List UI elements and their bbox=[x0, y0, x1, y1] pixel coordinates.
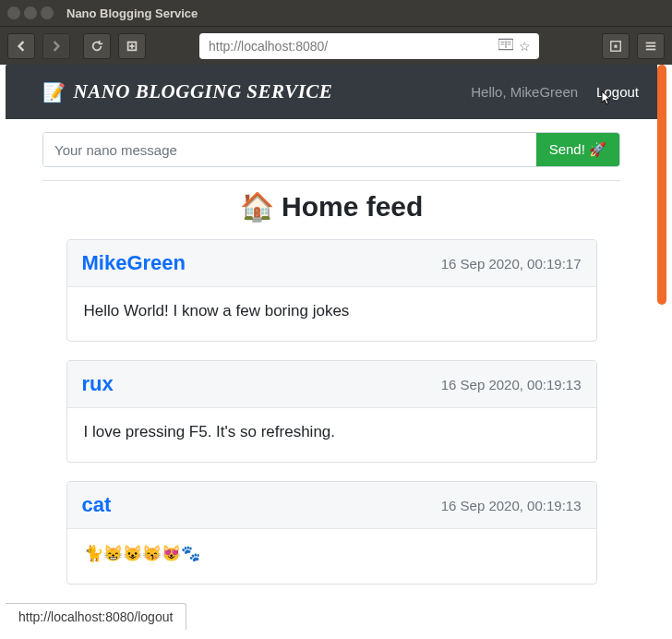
post-timestamp: 16 Sep 2020, 00:19:17 bbox=[441, 256, 582, 271]
window-title: Nano Blogging Service bbox=[66, 6, 198, 20]
reload-button[interactable] bbox=[83, 33, 111, 59]
post-body: I love pressing F5. It's so refreshing. bbox=[67, 408, 596, 462]
window-min-icon[interactable] bbox=[24, 6, 37, 19]
send-button[interactable]: Send! 🚀 bbox=[536, 133, 619, 166]
compose-box: Send! 🚀 bbox=[42, 132, 620, 167]
post-card: rux 16 Sep 2020, 00:19:13 I love pressin… bbox=[66, 360, 597, 463]
divider bbox=[42, 180, 620, 181]
brand-text: NANO BLOGGING SERVICE bbox=[74, 80, 333, 103]
reader-mode-icon[interactable] bbox=[497, 38, 515, 54]
home-button[interactable] bbox=[118, 33, 146, 59]
browser-toolbar: http://localhost:8080/ ☆ bbox=[0, 26, 672, 65]
post-author-link[interactable]: rux bbox=[82, 372, 114, 396]
nav-forward-button[interactable] bbox=[42, 33, 70, 59]
brand[interactable]: 📝 NANO BLOGGING SERVICE bbox=[42, 80, 332, 103]
os-titlebar: Nano Blogging Service bbox=[0, 0, 672, 26]
post-timestamp: 16 Sep 2020, 00:19:13 bbox=[441, 377, 582, 392]
window-max-icon[interactable] bbox=[41, 6, 54, 19]
post-timestamp: 16 Sep 2020, 00:19:13 bbox=[441, 498, 582, 513]
post-card: MikeGreen 16 Sep 2020, 00:19:17 Hello Wo… bbox=[66, 239, 597, 342]
bookmarks-button[interactable] bbox=[602, 33, 630, 59]
bookmark-star-icon[interactable]: ☆ bbox=[515, 39, 534, 54]
page-viewport: 📝 NANO BLOGGING SERVICE Hello, MikeGreen… bbox=[6, 65, 666, 630]
brand-icon: 📝 bbox=[42, 81, 66, 103]
post-body: 🐈😸😺😽😻🐾 bbox=[67, 529, 596, 584]
scrollbar[interactable] bbox=[657, 65, 666, 630]
post-author-link[interactable]: cat bbox=[82, 493, 112, 517]
hamburger-menu-button[interactable] bbox=[637, 33, 665, 59]
post-author-link[interactable]: MikeGreen bbox=[82, 251, 186, 275]
scrollbar-thumb[interactable] bbox=[657, 65, 666, 305]
status-bar: http://localhost:8080/logout bbox=[6, 603, 186, 630]
app-navbar: 📝 NANO BLOGGING SERVICE Hello, MikeGreen… bbox=[6, 65, 657, 119]
post-body: Hello World! I know a few boring jokes bbox=[67, 287, 596, 341]
status-link-text: http://localhost:8080/logout bbox=[18, 609, 173, 624]
greeting-text: Hello, MikeGreen bbox=[471, 84, 578, 100]
url-bar[interactable]: http://localhost:8080/ ☆ bbox=[199, 33, 539, 59]
logout-link[interactable]: Logout bbox=[596, 84, 639, 100]
send-label: Send! 🚀 bbox=[549, 141, 606, 158]
feed-title: 🏠 Home feed bbox=[42, 190, 620, 223]
post-card: cat 16 Sep 2020, 00:19:13 🐈😸😺😽😻🐾 bbox=[66, 481, 597, 585]
window-close-icon[interactable] bbox=[7, 6, 20, 19]
nav-back-button[interactable] bbox=[7, 33, 35, 59]
url-text: http://localhost:8080/ bbox=[209, 39, 497, 54]
compose-input[interactable] bbox=[43, 133, 536, 166]
